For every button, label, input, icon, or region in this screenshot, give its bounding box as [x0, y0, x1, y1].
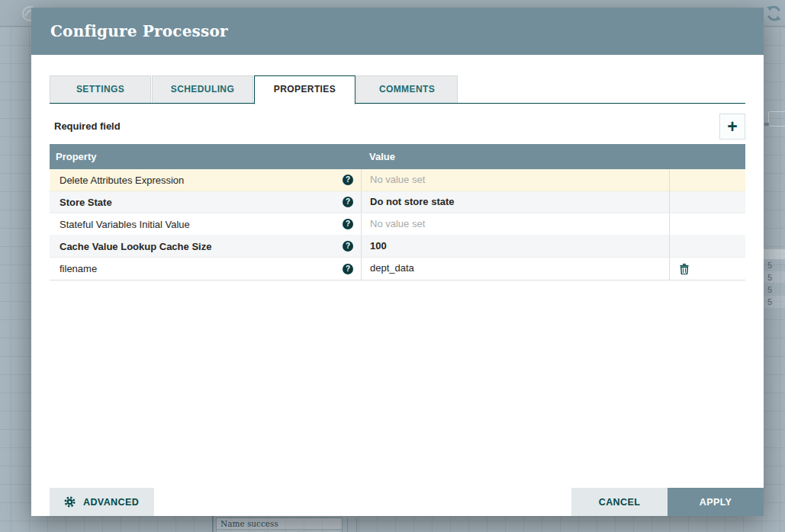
connection-label: Name success Queued 1 (4.62 KB)	[216, 518, 343, 532]
tab-bar: SETTINGS SCHEDULING PROPERTIES COMMENTS	[50, 75, 745, 104]
configure-processor-dialog: Configure Processor SETTINGS SCHEDULING …	[31, 8, 764, 516]
connection-dot	[764, 123, 769, 126]
properties-table: Property Value Delete Attributes Express…	[50, 144, 745, 280]
plus-icon: +	[727, 117, 737, 136]
row-actions	[669, 169, 745, 191]
connection-name: Name success	[217, 518, 342, 530]
property-value[interactable]: No value set	[361, 213, 669, 235]
property-value[interactable]: No value set	[361, 169, 669, 191]
help-icon[interactable]: ?	[343, 219, 353, 229]
table-row: Stateful Variables Initial Value ? No va…	[50, 213, 745, 236]
table-row: Cache Value Lookup Cache Size ? 100	[50, 236, 745, 258]
add-property-button[interactable]: +	[719, 114, 745, 139]
connection-line	[347, 518, 357, 532]
help-icon[interactable]: ?	[343, 197, 353, 207]
dialog-header: Configure Processor	[31, 8, 764, 55]
row-actions	[669, 213, 745, 235]
property-name: filename	[60, 263, 97, 274]
row-actions	[669, 191, 745, 213]
help-icon[interactable]: ?	[343, 264, 353, 274]
advanced-button[interactable]: ADVANCED	[50, 488, 154, 516]
stat-value: 5	[764, 259, 785, 271]
row-actions	[669, 258, 745, 280]
tab-comments[interactable]: COMMENTS	[356, 75, 458, 103]
table-row: Store State ? Do not store state	[50, 191, 745, 213]
property-value[interactable]: Do not store state	[361, 191, 669, 213]
tab-properties[interactable]: PROPERTIES	[254, 75, 356, 104]
processor-stats-divider	[764, 249, 785, 259]
gear-icon	[63, 495, 76, 508]
refresh-icon[interactable]	[765, 5, 783, 22]
property-name: Delete Attributes Expression	[60, 175, 184, 186]
table-row: Delete Attributes Expression ? No value …	[50, 169, 745, 191]
property-name: Stateful Variables Initial Value	[60, 219, 190, 230]
property-name: Store State	[60, 197, 112, 208]
row-actions	[669, 236, 745, 257]
column-header-actions	[669, 144, 745, 169]
help-icon[interactable]: ?	[343, 241, 353, 252]
property-value[interactable]: dept_data	[361, 258, 669, 280]
stat-value: 5	[764, 271, 785, 284]
tab-scheduling[interactable]: SCHEDULING	[152, 75, 253, 103]
processor-fragment	[768, 111, 785, 127]
processor-stats-fragment: 5 5 5 5	[764, 249, 785, 308]
stat-value: 5	[764, 296, 785, 308]
tab-settings[interactable]: SETTINGS	[50, 75, 151, 103]
required-field-label: Required field	[50, 114, 121, 139]
cancel-button[interactable]: CANCEL	[571, 488, 668, 516]
stat-value: 5	[764, 284, 785, 296]
help-icon[interactable]: ?	[343, 175, 353, 185]
column-header-value: Value	[361, 144, 669, 169]
advanced-label: ADVANCED	[83, 497, 139, 508]
dialog-title: Configure Processor	[31, 8, 764, 55]
apply-button[interactable]: APPLY	[668, 488, 764, 516]
connection-line	[212, 514, 214, 532]
table-header: Property Value	[50, 144, 745, 169]
table-row: filename ? dept_data	[50, 258, 745, 280]
column-header-property: Property	[50, 144, 361, 169]
properties-toolbar: Required field +	[50, 114, 745, 139]
property-name: Cache Value Lookup Cache Size	[60, 241, 211, 252]
delete-property-icon[interactable]	[680, 264, 689, 274]
dialog-body: SETTINGS SCHEDULING PROPERTIES COMMENTS …	[31, 75, 764, 280]
property-value[interactable]: 100	[361, 236, 669, 257]
